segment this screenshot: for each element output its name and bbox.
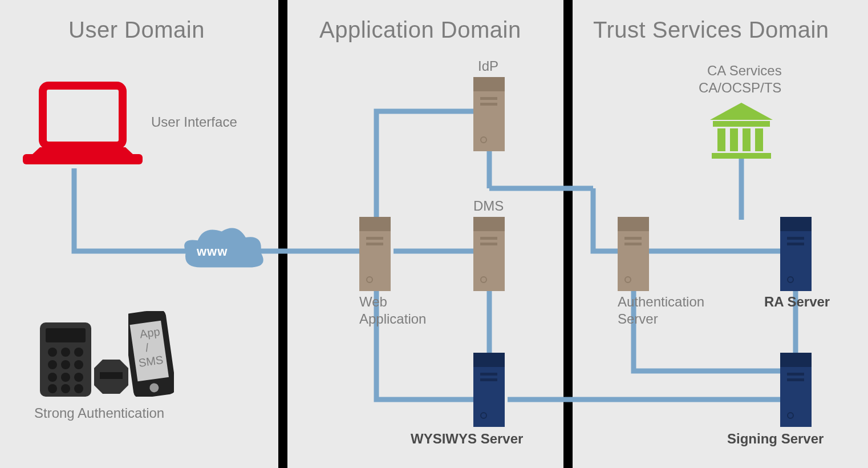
label-ca-1: CA Services	[707, 63, 782, 79]
svg-rect-53	[787, 373, 804, 376]
label-webapp-1: Web	[359, 294, 387, 310]
svg-rect-38	[480, 373, 497, 376]
svg-rect-42	[618, 217, 649, 231]
svg-rect-24	[366, 243, 383, 245]
label-strong-auth: Strong Authentication	[34, 405, 164, 421]
svg-rect-49	[787, 243, 804, 245]
label-webapp-2: Application	[359, 311, 426, 327]
label-dms: DMS	[473, 198, 504, 214]
webapp-server-icon	[359, 217, 391, 291]
svg-rect-59	[730, 128, 738, 151]
svg-point-7	[48, 360, 57, 369]
svg-rect-22	[359, 217, 391, 231]
svg-rect-58	[717, 128, 725, 151]
label-auth-1: Authentication	[618, 294, 704, 310]
svg-point-14	[61, 384, 70, 393]
svg-rect-23	[366, 237, 383, 240]
svg-rect-28	[480, 97, 497, 100]
label-phone-app: App	[139, 325, 161, 341]
ra-server-icon	[780, 217, 812, 291]
svg-rect-34	[480, 243, 497, 245]
svg-rect-62	[712, 153, 771, 159]
wysiwys-server-icon	[473, 353, 505, 427]
laptop-icon	[20, 80, 145, 177]
svg-point-15	[74, 384, 83, 393]
svg-point-9	[74, 360, 83, 369]
svg-point-12	[74, 373, 83, 382]
pinpad-icon	[40, 322, 91, 397]
ca-building-icon	[707, 103, 776, 160]
svg-rect-54	[787, 378, 804, 381]
label-www: www	[197, 244, 228, 259]
svg-rect-3	[46, 328, 86, 342]
diagram-canvas: User Domain Application Domain Trust Ser…	[0, 0, 868, 468]
svg-rect-32	[473, 217, 505, 231]
svg-point-11	[61, 373, 70, 382]
svg-marker-56	[710, 103, 773, 120]
svg-point-5	[61, 348, 70, 357]
label-auth-2: Server	[618, 311, 658, 327]
label-idp: IdP	[478, 58, 498, 74]
svg-rect-57	[713, 121, 770, 127]
svg-point-10	[48, 373, 57, 382]
label-ca-2: CA/OCSP/TS	[699, 80, 781, 96]
title-trust-domain: Trust Services Domain	[593, 17, 829, 43]
svg-rect-44	[624, 243, 642, 245]
svg-rect-1	[23, 154, 143, 164]
svg-rect-33	[480, 237, 497, 240]
auth-server-icon	[618, 217, 649, 291]
idp-server-icon	[473, 77, 505, 151]
svg-rect-52	[780, 353, 812, 367]
dms-server-icon	[473, 217, 505, 291]
svg-rect-61	[755, 128, 763, 151]
token-icon	[94, 360, 128, 394]
label-ra-server: RA Server	[764, 294, 830, 310]
divider-1	[278, 0, 287, 468]
svg-rect-29	[480, 103, 497, 106]
svg-point-4	[48, 348, 57, 357]
svg-rect-43	[624, 237, 642, 240]
title-user-domain: User Domain	[68, 17, 205, 43]
label-wysiwys: WYSIWYS Server	[411, 431, 523, 447]
svg-point-13	[48, 384, 57, 393]
svg-rect-39	[480, 378, 497, 381]
svg-rect-0	[43, 86, 123, 146]
svg-point-8	[61, 360, 70, 369]
svg-rect-60	[743, 128, 751, 151]
label-signing-server: Signing Server	[727, 431, 824, 447]
divider-2	[563, 0, 573, 468]
svg-rect-48	[787, 237, 804, 240]
title-app-domain: Application Domain	[319, 17, 521, 43]
svg-rect-27	[473, 77, 505, 91]
svg-rect-37	[473, 353, 505, 367]
signing-server-icon	[780, 353, 812, 427]
svg-rect-47	[780, 217, 812, 231]
phone-icon	[128, 311, 174, 397]
svg-point-6	[74, 348, 83, 357]
svg-rect-17	[100, 372, 123, 379]
label-user-interface: User Interface	[151, 114, 237, 130]
